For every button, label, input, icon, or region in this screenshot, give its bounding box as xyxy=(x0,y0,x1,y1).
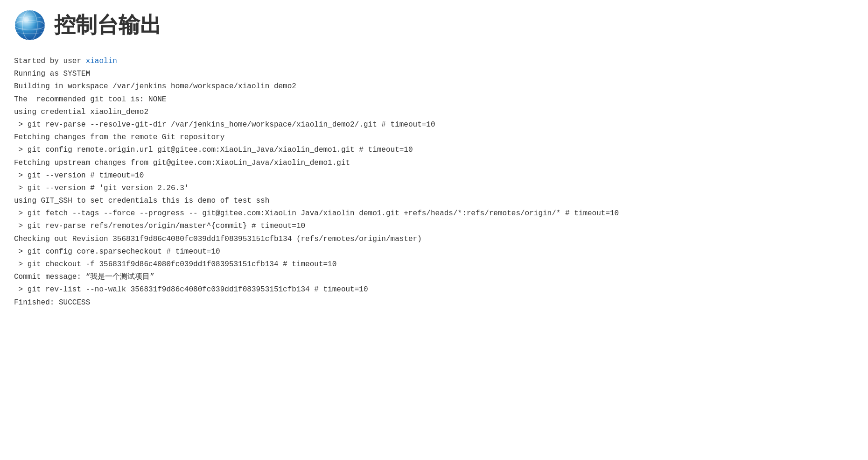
console-line-2: Running as SYSTEM xyxy=(14,68,854,80)
console-line-3: Building in workspace /var/jenkins_home/… xyxy=(14,80,854,93)
page-header: 控制台输出 xyxy=(14,9,854,41)
console-line-8: > git config remote.origin.url git@gitee… xyxy=(14,144,854,156)
console-line-6: > git rev-parse --resolve-git-dir /var/j… xyxy=(14,119,854,131)
console-line-11: > git --version # 'git version 2.26.3' xyxy=(14,182,854,195)
console-line-13: > git fetch --tags --force --progress --… xyxy=(14,207,854,220)
svg-point-5 xyxy=(15,10,45,40)
console-line-19: > git rev-list --no-walk 356831f9d86c408… xyxy=(14,283,854,296)
console-line-20: Finished: SUCCESS xyxy=(14,297,854,309)
console-line-5: using credential xiaolin_demo2 xyxy=(14,106,854,119)
console-line-9: Fetching upstream changes from git@gitee… xyxy=(14,157,854,170)
console-line-18: Commit message: “我是一个测试项目” xyxy=(14,271,854,283)
console-line-7: Fetching changes from the remote Git rep… xyxy=(14,131,854,144)
console-line-4: The recommended git tool is: NONE xyxy=(14,93,854,106)
console-line-10: > git --version # timeout=10 xyxy=(14,170,854,182)
console-line-12: using GIT_SSH to set credentials this is… xyxy=(14,195,854,207)
globe-icon xyxy=(14,9,46,41)
user-link[interactable]: xiaolin xyxy=(86,57,117,65)
console-line-17: > git checkout -f 356831f9d86c4080fc039d… xyxy=(14,258,854,271)
console-line-16: > git config core.sparsecheckout # timeo… xyxy=(14,246,854,258)
svg-point-6 xyxy=(23,17,29,22)
console-line-1: Started by user xiaolin xyxy=(14,55,854,68)
console-line-15: Checking out Revision 356831f9d86c4080fc… xyxy=(14,233,854,246)
console-output: Started by user xiaolin Running as SYSTE… xyxy=(14,55,854,309)
console-line-14: > git rev-parse refs/remotes/origin/mast… xyxy=(14,220,854,233)
page-title: 控制台输出 xyxy=(54,11,161,40)
